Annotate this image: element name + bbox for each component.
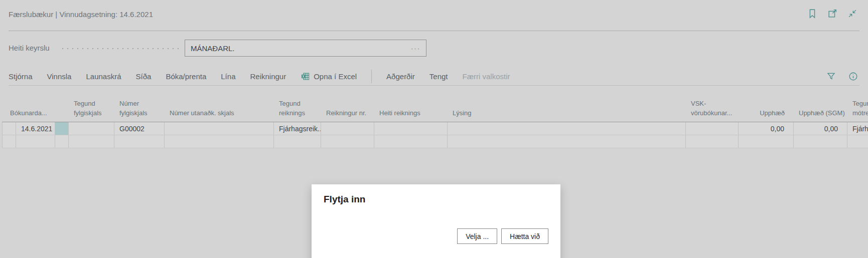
cell-highlight[interactable] xyxy=(55,135,69,148)
cell-tegund-motreiknings[interactable]: Fjárhag xyxy=(847,122,868,135)
lookup-ellipsis-button[interactable]: ··· xyxy=(411,45,420,52)
column-header-tegund-fylgiskjals[interactable]: Tegundfylgiskjals xyxy=(69,99,114,122)
menu-item-boka-prenta[interactable]: Bóka/prenta xyxy=(166,72,206,81)
excel-icon: X xyxy=(301,72,310,81)
filter-icon[interactable] xyxy=(824,70,837,83)
column-header-heiti-reiknings[interactable]: Heiti reiknings xyxy=(374,109,448,122)
row-selector[interactable] xyxy=(2,122,16,135)
column-header-vsk-vorubokunar[interactable]: VSK-vörubókunar... xyxy=(686,99,739,122)
title-bar: Færslubækur | Vinnudagsetning: 14.6.2021 xyxy=(0,0,868,31)
run-name-input[interactable]: MÁNAÐARL. ··· xyxy=(185,40,426,57)
dialog-buttons: Velja ... Hætta við xyxy=(457,228,548,244)
column-header-highlight[interactable] xyxy=(55,118,69,122)
menubar-right-icons xyxy=(824,70,859,83)
cell-reikningur-nr[interactable] xyxy=(321,135,374,148)
run-name-value: MÁNAÐARL. xyxy=(191,44,235,53)
menu-item-vinnsla[interactable]: Vinnsla xyxy=(47,72,72,81)
column-header-tegund-reiknings[interactable]: Tegundreiknings xyxy=(274,99,321,122)
grid-header-row: Bókunarda...TegundfylgiskjalsNúmerfylgis… xyxy=(2,93,868,122)
title-bar-actions xyxy=(806,7,859,20)
cell-highlight[interactable] xyxy=(55,122,69,135)
open-in-new-icon[interactable] xyxy=(826,7,839,20)
table-row: 14.6.2021G00002Fjárhagsreik...0,000,00Fj… xyxy=(2,122,868,135)
info-icon[interactable] xyxy=(846,70,859,83)
menu-item-reikningur[interactable]: Reikningur xyxy=(250,72,286,81)
menu-item-tengt[interactable]: Tengt xyxy=(429,72,448,81)
page-title: Færslubækur | Vinnudagsetning: 14.6.2021 xyxy=(9,10,153,19)
cell-tegund-reiknings[interactable] xyxy=(274,135,321,148)
haetta-vid-button[interactable]: Hætta við xyxy=(501,228,548,244)
row-selector[interactable] xyxy=(2,135,16,148)
bookmark-icon[interactable] xyxy=(806,7,819,20)
column-header-upphaed-sgm[interactable]: Upphæð (SGM) xyxy=(794,109,847,122)
column-header-numer-utanadk-skjals[interactable]: Númer utanaðk. skjals xyxy=(165,109,274,122)
menu-item-sida[interactable]: Síða xyxy=(136,72,152,81)
cell-heiti-reiknings[interactable] xyxy=(374,135,448,148)
svg-text:X: X xyxy=(303,74,305,78)
column-header-numer-fylgiskjals[interactable]: Númerfylgiskjals xyxy=(114,99,165,122)
cell-bokunardagsetning[interactable] xyxy=(16,135,55,148)
menu-item-lina[interactable]: Lína xyxy=(221,72,235,81)
velja-button[interactable]: Velja ... xyxy=(457,228,497,244)
cell-tegund-fylgiskjals[interactable] xyxy=(69,122,114,135)
cell-tegund-motreiknings[interactable] xyxy=(847,135,868,148)
cell-numer-utanadk-skjals[interactable] xyxy=(165,122,274,135)
menu-item-label: Opna í Excel xyxy=(314,72,357,81)
column-header-lysing[interactable]: Lýsing xyxy=(448,109,686,122)
cell-vsk-vorubokunar[interactable] xyxy=(686,122,739,135)
column-header-upphaed[interactable]: Upphæð xyxy=(739,109,794,122)
cell-upphaed-sgm[interactable]: 0,00 xyxy=(794,122,847,135)
collapse-icon[interactable] xyxy=(846,7,859,20)
cell-heiti-reiknings[interactable] xyxy=(374,122,448,135)
cell-reikningur-nr[interactable] xyxy=(321,122,374,135)
column-header-tegund-motreiknings[interactable]: Tegundmótreik xyxy=(847,99,868,122)
column-header-reikningur-nr[interactable]: Reikningur nr. xyxy=(321,109,374,122)
action-menubar: StjórnaVinnslaLaunaskráSíðaBóka/prentaLí… xyxy=(9,68,859,85)
menu-divider xyxy=(9,85,859,86)
import-dialog: Flytja inn Velja ... Hætta við xyxy=(312,184,560,258)
cell-lysing[interactable] xyxy=(448,135,686,148)
grid: Bókunarda...TegundfylgiskjalsNúmerfylgis… xyxy=(2,93,868,148)
menu-item-opna-i-excel[interactable]: X Opna í Excel xyxy=(301,72,357,81)
menu-item-stjorna[interactable]: Stjórna xyxy=(9,72,33,81)
menu-item-launaskra[interactable]: Launaskrá xyxy=(86,72,121,81)
title-divider xyxy=(9,31,859,31)
cell-bokunardagsetning[interactable]: 14.6.2021 xyxy=(16,122,55,135)
run-name-label: Heiti keyrslu xyxy=(9,44,50,52)
cell-upphaed-sgm[interactable] xyxy=(794,135,847,148)
cell-numer-utanadk-skjals[interactable] xyxy=(165,135,274,148)
menu-separator xyxy=(371,70,372,83)
cell-lysing[interactable] xyxy=(448,122,686,135)
cell-numer-fylgiskjals[interactable] xyxy=(114,135,165,148)
menu-item-adgerdir[interactable]: Aðgerðir xyxy=(386,72,415,81)
cell-tegund-fylgiskjals[interactable] xyxy=(69,135,114,148)
column-header-bokunardagsetning[interactable]: Bókunarda... xyxy=(2,109,55,122)
cell-upphaed[interactable]: 0,00 xyxy=(739,122,794,135)
cell-numer-fylgiskjals[interactable]: G00002 xyxy=(114,122,165,135)
dialog-title: Flytja inn xyxy=(324,194,365,205)
table-row xyxy=(2,135,868,148)
cell-tegund-reiknings[interactable]: Fjárhagsreik... xyxy=(274,122,321,135)
cell-vsk-vorubokunar[interactable] xyxy=(686,135,739,148)
menu-item-faerri-valkostir[interactable]: Færri valkostir xyxy=(463,72,510,81)
dotted-leader xyxy=(60,48,180,50)
cell-upphaed[interactable] xyxy=(739,135,794,148)
